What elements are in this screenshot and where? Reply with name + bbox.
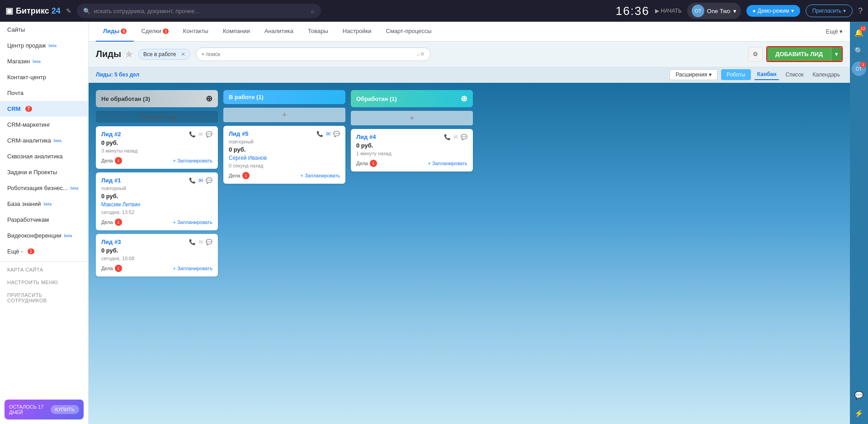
crm-nav-more[interactable]: Ещё ▾ [826,28,843,35]
sidebar-item-shop[interactable]: Магазинbeta [0,53,88,69]
filter-tag-all-inwork[interactable]: Все в работе ✕ [138,49,190,60]
phone-icon-lead1[interactable]: 📞 [189,177,196,184]
sidebar-item-contact-center[interactable]: Контакт-центр [0,69,88,85]
phone-icon-lead2[interactable]: 📞 [189,131,196,138]
sidebar-item-sites[interactable]: Сайты [0,22,88,38]
invite-button[interactable]: Пригласить ▾ [806,5,853,17]
card-header-lead5: Лид #5 📞 ✉ 💬 [229,130,340,137]
crm-nav-deals[interactable]: Сделки 3 [134,22,175,42]
copilot-icon[interactable]: ⚡ [852,406,866,420]
global-search-icon[interactable]: 🔍 [852,43,866,58]
plan-button-lead3[interactable]: + Запланировать [173,266,212,271]
crm-nav-settings[interactable]: Настройки [335,22,379,42]
card-title-lead3[interactable]: Лид #3 [101,238,121,245]
view-tab-calendar[interactable]: Календарь [810,70,843,80]
crm-nav-smart[interactable]: Смарт-процессы [379,22,439,42]
email-icon-lead3[interactable]: ✉ [198,239,203,245]
global-search-bar[interactable]: 🔍 ⌕ [77,4,321,18]
card-price-lead2: 0 руб. [101,139,212,146]
plan-button-lead4[interactable]: + Запланировать [428,161,467,166]
sidebar-item-dev[interactable]: Разработчикам [0,212,88,228]
crm-nav-companies[interactable]: Компании [216,22,257,42]
filter-clear-icon[interactable]: ✕ [420,51,425,57]
topbar: ▣ Битрикс 24 ✎ 🔍 ⌕ 16:36 ▶ НАЧАТЬ OT One… [0,0,868,22]
card-footer-lead3: Дела 1 + Запланировать [101,265,212,272]
kanban-add-processed[interactable]: + [351,111,473,125]
help-button[interactable]: ? [858,6,863,16]
trial-buy-button[interactable]: КУПИТЬ [51,405,79,414]
col-title-unprocessed: Не обработан (3) [101,95,150,102]
global-search-input[interactable] [94,8,307,14]
add-lead-dropdown-button[interactable]: ▾ [831,47,842,61]
comment-icon-lead5[interactable]: 💬 [333,131,340,137]
card-contact-lead5[interactable]: Сергей Иванов [229,155,340,161]
gear-icon: ⚙ [753,51,758,57]
sidebar-item-sales-center[interactable]: Центр продажbeta [0,38,88,53]
start-button[interactable]: ▶ НАЧАТЬ [655,8,682,14]
sidebar-item-more[interactable]: Ещё - 1 [0,243,88,259]
card-title-lead2[interactable]: Лид #2 [101,131,121,138]
plan-button-lead1[interactable]: + Запланировать [173,219,212,225]
phone-icon-lead3[interactable]: 📞 [189,239,196,245]
crm-nav-analytics[interactable]: Аналитика [257,22,301,42]
card-contact-lead1[interactable]: Максим Литвин [101,201,212,208]
sidebar-item-robotics[interactable]: Роботизация бизнес...beta [0,180,88,196]
plan-button-lead2[interactable]: + Запланировать [173,158,212,163]
extensions-button[interactable]: Расширения ▾ [670,69,717,80]
sidebar-item-tasks[interactable]: Задачи и Проекты [0,164,88,180]
comment-icon-lead2[interactable]: 💬 [206,131,212,138]
view-tab-kanban[interactable]: Канбан [755,69,779,80]
sidebar-item-mail[interactable]: Почта [0,85,88,101]
comment-icon-lead3[interactable]: 💬 [206,239,212,245]
view-tab-list[interactable]: Список [783,70,806,80]
search-submit-icon[interactable]: ⌕ [311,8,315,14]
col-add-icon-unprocessed[interactable]: ⊕ [206,94,212,104]
add-lead-button[interactable]: ДОБАВИТЬ ЛИД [767,47,831,61]
filter-tag-close-icon[interactable]: ✕ [181,51,185,57]
kanban-column-inwork: В работе (1) + Лид #5 📞 ✉ 💬 повторный 0 [223,90,345,417]
robots-button[interactable]: Роботы [721,69,751,80]
sidebar-config-link[interactable]: НАСТРОИТЬ МЕНЮ [0,276,88,289]
notifications-icon[interactable]: 🔔 12 [852,25,866,40]
card-price-lead3: 0 руб. [101,247,212,254]
crm-nav-contacts[interactable]: Контакты [176,22,216,42]
phone-icon-lead4[interactable]: 📞 [444,134,451,140]
email-icon-lead2[interactable]: ✉ [198,131,203,138]
comment-icon-lead1[interactable]: 💬 [206,177,212,184]
plan-button-lead5[interactable]: + Запланировать [300,173,340,178]
kanban-add-inwork[interactable]: + [223,108,345,122]
card-title-lead1[interactable]: Лид #1 [101,177,121,184]
chat-icon[interactable]: 💬 [852,388,866,402]
settings-button[interactable]: ⚙ [748,47,763,62]
sidebar-map-link[interactable]: КАРТА САЙТА [0,263,88,276]
favorite-icon[interactable]: ★ [125,49,133,60]
user-name: One Two [707,8,731,14]
sidebar-invite-link[interactable]: ПРИГЛАСИТЬ СОТРУДНИКОВ [0,289,88,307]
crm-nav-products[interactable]: Товары [301,22,335,42]
sidebar-item-crm-analytics[interactable]: CRM-аналитикаbeta [0,133,88,148]
quick-add-button[interactable]: + Быстрый лид [96,111,218,123]
email-icon-lead5[interactable]: ✉ [326,131,330,137]
logo-edit-icon[interactable]: ✎ [66,7,71,14]
crm-navigation: Лиды 5 Сделки 3 Контакты Компании Аналит… [89,22,850,42]
card-icons-lead3: 📞 ✉ 💬 [189,239,212,245]
crm-nav-leads[interactable]: Лиды 5 [96,22,134,42]
sidebar-item-knowledge[interactable]: База знанийbeta [0,196,88,212]
card-title-lead5[interactable]: Лид #5 [229,130,248,137]
col-add-icon-processed[interactable]: ⊕ [461,94,467,104]
card-title-lead4[interactable]: Лид #4 [356,133,376,140]
demo-mode-button[interactable]: ● Демо-режим ▾ [746,5,800,17]
sidebar-item-video[interactable]: Видеоконференцииbeta [0,228,88,243]
card-time-lead2: 3 минуты назад [101,148,212,153]
right-avatar[interactable]: OT 3 [852,62,866,76]
sidebar-item-cross-analytics[interactable]: Сквозная аналитика [0,148,88,164]
filter-search-bar[interactable]: ⌕ ✕ [196,48,431,61]
sidebar-item-crm-marketing[interactable]: CRM-маркетинг [0,117,88,133]
email-icon-lead4[interactable]: ✉ [453,134,458,140]
email-icon-lead1[interactable]: ✉ [198,177,203,184]
comment-icon-lead4[interactable]: 💬 [461,134,467,140]
sidebar-item-crm[interactable]: CRM 7 [0,101,88,117]
phone-icon-lead5[interactable]: 📞 [316,131,323,137]
filter-search-input[interactable] [202,51,417,57]
user-profile-block[interactable]: OT One Two ▾ [687,3,741,19]
